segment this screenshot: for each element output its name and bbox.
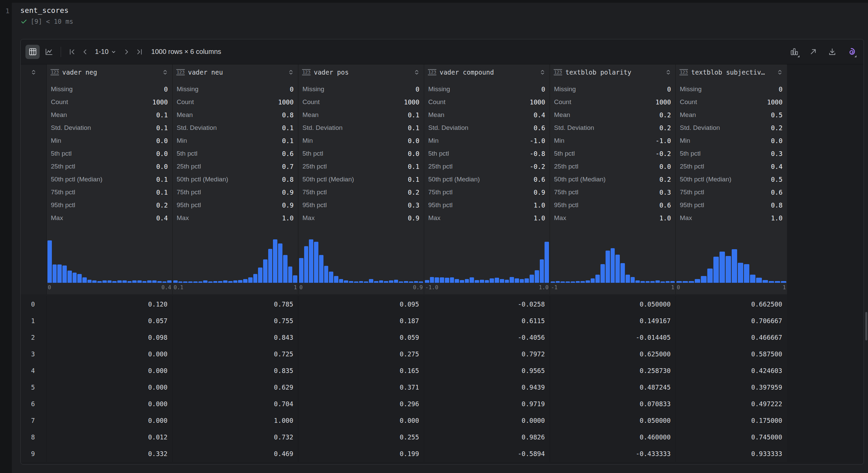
- cell-vader_neg-row6[interactable]: 0.000: [46, 396, 172, 412]
- cell-vader_compound-row8[interactable]: 0.9826: [424, 429, 550, 446]
- row-number[interactable]: 5: [21, 379, 46, 396]
- row-number[interactable]: 7: [21, 412, 46, 429]
- chart-view-button[interactable]: [42, 45, 56, 59]
- stat-label: 50th pctl (Median): [428, 176, 480, 183]
- cell-textblob_subjectiv--row5[interactable]: 0.397959: [675, 379, 787, 396]
- histogram-bar: [713, 257, 719, 283]
- cell-vader_neg-row3[interactable]: 0.000: [46, 346, 172, 362]
- cell-vader_neg-row5[interactable]: 0.000: [46, 379, 172, 396]
- sort-icon[interactable]: [665, 69, 671, 75]
- prev-page-button[interactable]: [79, 45, 92, 58]
- cell-vader_neg-row2[interactable]: 0.098: [46, 329, 172, 346]
- last-page-button[interactable]: [133, 45, 146, 58]
- cell-textblob_polarity-row8[interactable]: 0.460000: [550, 429, 675, 446]
- cell-vader_neu-row1[interactable]: 0.755: [172, 313, 298, 329]
- row-index-header[interactable]: [21, 64, 46, 80]
- cell-vader_compound-row4[interactable]: 0.9565: [424, 362, 550, 379]
- scrollbar-thumb[interactable]: [865, 312, 867, 340]
- open-in-new-button[interactable]: [806, 45, 820, 59]
- cell-vader_pos-row6[interactable]: 0.296: [298, 396, 424, 412]
- cell-vader_neu-row9[interactable]: 0.469: [172, 446, 298, 462]
- column-header-vader_pos[interactable]: 123vader_pos: [298, 64, 424, 80]
- cell-vader_compound-row7[interactable]: 0.0000: [424, 412, 550, 429]
- row-number[interactable]: 3: [21, 346, 46, 362]
- cell-vader_neu-row3[interactable]: 0.725: [172, 346, 298, 362]
- row-number[interactable]: 6: [21, 396, 46, 412]
- cell-vader_pos-row7[interactable]: 0.000: [298, 412, 424, 429]
- row-number[interactable]: 2: [21, 329, 46, 346]
- column-header-textblob_polarity[interactable]: 123textblob_polarity: [550, 64, 675, 80]
- cell-vader_compound-row1[interactable]: 0.6115: [424, 313, 550, 329]
- cell-textblob_subjectiv--row9[interactable]: 0.933333: [675, 446, 787, 462]
- cell-textblob_subjectiv--row1[interactable]: 0.706667: [675, 313, 787, 329]
- cell-vader_compound-row2[interactable]: -0.4056: [424, 329, 550, 346]
- cell-vader_neu-row4[interactable]: 0.835: [172, 362, 298, 379]
- sort-icon[interactable]: [539, 69, 546, 75]
- row-number[interactable]: 1: [21, 313, 46, 329]
- cell-textblob_polarity-row9[interactable]: -0.433333: [550, 446, 675, 462]
- cell-vader_compound-row0[interactable]: -0.0258: [424, 296, 550, 313]
- column-header-vader_compound[interactable]: 123vader_compound: [424, 64, 550, 80]
- next-page-button[interactable]: [120, 45, 133, 58]
- cell-vader_neu-row7[interactable]: 1.000: [172, 412, 298, 429]
- cell-vader_neg-row0[interactable]: 0.120: [46, 296, 172, 313]
- cell-vader_pos-row2[interactable]: 0.059: [298, 329, 424, 346]
- column-header-textblob_subjectiv-[interactable]: 123textblob_subjectiv…: [675, 64, 787, 80]
- cell-textblob_polarity-row2[interactable]: -0.014405: [550, 329, 675, 346]
- cell-vader_pos-row1[interactable]: 0.187: [298, 313, 424, 329]
- cell-vader_pos-row3[interactable]: 0.275: [298, 346, 424, 362]
- cell-vader_pos-row0[interactable]: 0.095: [298, 296, 424, 313]
- page-range-dropdown[interactable]: 1-10: [92, 45, 120, 58]
- sort-icon[interactable]: [31, 69, 37, 75]
- cell-textblob_subjectiv--row0[interactable]: 0.662500: [675, 296, 787, 313]
- cell-vader_neg-row4[interactable]: 0.000: [46, 362, 172, 379]
- first-page-button[interactable]: [66, 45, 79, 58]
- histogram-chart-button[interactable]: [787, 45, 801, 59]
- cell-vader_pos-row9[interactable]: 0.199: [298, 446, 424, 462]
- cell-vader_neu-row5[interactable]: 0.629: [172, 379, 298, 396]
- cell-vader_neg-row1[interactable]: 0.057: [46, 313, 172, 329]
- cell-textblob_polarity-row7[interactable]: 0.050000: [550, 412, 675, 429]
- cell-textblob_polarity-row4[interactable]: 0.258730: [550, 362, 675, 379]
- cell-vader_pos-row4[interactable]: 0.165: [298, 362, 424, 379]
- cell-vader_neu-row8[interactable]: 0.732: [172, 429, 298, 446]
- cell-textblob_subjectiv--row2[interactable]: 0.466667: [675, 329, 787, 346]
- cell-vader_neg-row9[interactable]: 0.332: [46, 446, 172, 462]
- cell-textblob_subjectiv--row8[interactable]: 0.745000: [675, 429, 787, 446]
- cell-textblob_subjectiv--row7[interactable]: 0.175000: [675, 412, 787, 429]
- sort-icon[interactable]: [414, 69, 420, 75]
- cell-vader_neu-row2[interactable]: 0.843: [172, 329, 298, 346]
- code-text[interactable]: sent_scores: [20, 6, 68, 15]
- cell-vader_neu-row6[interactable]: 0.704: [172, 396, 298, 412]
- column-header-vader_neg[interactable]: 123vader_neg: [46, 64, 172, 80]
- download-button[interactable]: [825, 45, 839, 59]
- sort-icon[interactable]: [777, 69, 783, 75]
- cell-vader_compound-row3[interactable]: 0.7972: [424, 346, 550, 362]
- row-number[interactable]: 9: [21, 446, 46, 462]
- column-header-vader_neu[interactable]: 123vader_neu: [172, 64, 298, 80]
- cell-textblob_polarity-row0[interactable]: 0.050000: [550, 296, 675, 313]
- cell-textblob_subjectiv--row3[interactable]: 0.587500: [675, 346, 787, 362]
- cell-vader_neg-row7[interactable]: 0.000: [46, 412, 172, 429]
- cell-textblob_polarity-row5[interactable]: 0.487245: [550, 379, 675, 396]
- ai-assistant-button[interactable]: [844, 45, 858, 59]
- cell-textblob_polarity-row6[interactable]: 0.070833: [550, 396, 675, 412]
- cell-textblob_subjectiv--row6[interactable]: 0.497222: [675, 396, 787, 412]
- cell-vader_compound-row6[interactable]: 0.9719: [424, 396, 550, 412]
- row-number[interactable]: 8: [21, 429, 46, 446]
- cell-vader_pos-row5[interactable]: 0.371: [298, 379, 424, 396]
- table-grid-icon: [28, 47, 37, 56]
- row-number[interactable]: 4: [21, 362, 46, 379]
- cell-vader_compound-row9[interactable]: -0.5894: [424, 446, 550, 462]
- cell-textblob_polarity-row3[interactable]: 0.625000: [550, 346, 675, 362]
- sort-icon[interactable]: [288, 69, 294, 75]
- cell-vader_neu-row0[interactable]: 0.785: [172, 296, 298, 313]
- sort-icon[interactable]: [162, 69, 168, 75]
- cell-vader_neg-row8[interactable]: 0.012: [46, 429, 172, 446]
- cell-textblob_subjectiv--row4[interactable]: 0.424603: [675, 362, 787, 379]
- cell-textblob_polarity-row1[interactable]: 0.149167: [550, 313, 675, 329]
- cell-vader_compound-row5[interactable]: 0.9439: [424, 379, 550, 396]
- table-view-button[interactable]: [25, 45, 40, 59]
- row-number[interactable]: 0: [21, 296, 46, 313]
- cell-vader_pos-row8[interactable]: 0.255: [298, 429, 424, 446]
